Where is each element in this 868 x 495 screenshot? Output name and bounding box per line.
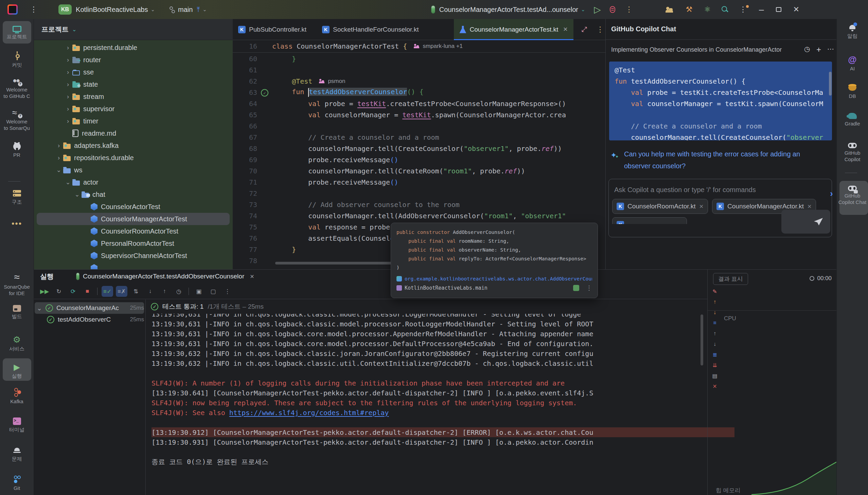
tree-chevron-icon[interactable]: ⌄ [73, 191, 82, 198]
tree-item-CounselorActorTest[interactable]: CounselorActorTest [34, 201, 233, 213]
tree-item-adapters.kafka[interactable]: ›adapters.kafka [34, 139, 233, 152]
run-console[interactable]: 13:19:30,631 |-INFO in ch.qos.logback.cl… [152, 314, 734, 495]
sidebar-item-git[interactable]: Git [0, 475, 34, 491]
main-menu-icon[interactable]: ⋮ [30, 6, 37, 13]
sidebar-item-notifications[interactable]: 알림 [837, 24, 868, 39]
sidebar-item-pull-requests[interactable]: PR [0, 143, 34, 158]
code-line-61[interactable]: 61 [233, 64, 605, 75]
tree-chevron-icon[interactable]: › [64, 56, 72, 64]
sidebar-item-build[interactable]: 빌드 [0, 305, 34, 320]
tree-chevron-icon[interactable]: › [54, 142, 63, 149]
history-icon[interactable]: ◷ [804, 45, 810, 53]
chat-code-block[interactable]: @Testfun testAddObserverCounselor() { va… [609, 62, 832, 140]
push-icon[interactable]: ⤒ [197, 6, 200, 14]
tree-item-chat[interactable]: ⌄chat [34, 188, 233, 201]
clear-icon[interactable]: ✕ [710, 382, 719, 390]
tree-chevron-icon[interactable]: › [64, 69, 72, 76]
tree-item-sse[interactable]: ›sse [34, 66, 233, 78]
context-chip-CounselorRoomActor.kt[interactable]: KCounselorRoomActor.kt✕ [612, 199, 708, 214]
context-chip-partial[interactable]: K [612, 217, 687, 224]
tree-chevron-icon[interactable]: ⌄ [37, 304, 42, 312]
project-badge[interactable]: KB [58, 4, 72, 15]
settings-kebab-icon[interactable]: ⋮ [739, 6, 747, 13]
sidebar-item-welcome-github[interactable]: Welcome to GitHub C [0, 78, 34, 99]
splitter[interactable] [145, 300, 146, 495]
maximize-button[interactable] [776, 7, 781, 12]
chat-input-box[interactable]: Ask Copilot a question or type '/' for c… [608, 179, 832, 237]
science-atom-icon[interactable]: ⚛ [704, 5, 711, 14]
send-button-area[interactable] [781, 210, 830, 234]
tree-item-ws[interactable]: ⌄ws [34, 164, 233, 176]
show-failed-icon[interactable]: ≡✗ [116, 286, 127, 297]
code-line-60[interactable]: 60 } [233, 53, 605, 64]
tree-item-readme.md[interactable]: readme.md [34, 127, 233, 139]
code-line-70[interactable]: 70 counselorManager.tell(CreateRoom("roo… [233, 165, 605, 176]
export-results-icon[interactable]: ↑ [159, 286, 170, 297]
options-kebab-icon[interactable]: ⋮ [222, 286, 233, 297]
close-icon[interactable]: ✕ [807, 203, 812, 210]
code-line-74[interactable]: 74 counselorManager.tell(AddObserverCoun… [233, 210, 605, 221]
show-results-button[interactable]: 결과 표시 [713, 273, 748, 285]
print-icon[interactable]: ▤ [710, 372, 719, 380]
tree-item-router[interactable]: ›router [34, 54, 233, 66]
code-block-scrollbar[interactable] [829, 62, 833, 140]
rerun-icon[interactable]: ▶▶ [39, 286, 50, 297]
send-icon[interactable] [814, 218, 823, 225]
tree-item-persistent.durable[interactable]: ›persistent.durable [34, 41, 233, 54]
code-line-63[interactable]: 63✓ fun testAddObserverCounselor() { [233, 87, 605, 98]
tree-item-repositories.durable[interactable]: ›repositories.durable [34, 152, 233, 164]
tree-item-PersonalRoomActorTest[interactable]: PersonalRoomActorTest [34, 237, 233, 250]
tools-icon[interactable]: ⚒ [686, 5, 693, 14]
debug-button[interactable] [610, 6, 615, 13]
sidebar-item-more[interactable]: ••• [0, 220, 34, 228]
tree-item-CounselorRoomActorTest[interactable]: CounselorRoomActorTest [34, 225, 233, 237]
sidebar-item-commit[interactable]: 커밋 [0, 51, 34, 68]
code-line-64[interactable]: 64 val probe = testKit.createTestProbe<C… [233, 98, 605, 109]
tree-chevron-icon[interactable]: › [64, 44, 72, 51]
screenshot-icon[interactable]: ▣ [193, 286, 205, 297]
sidebar-item-kafka[interactable]: Kafka [0, 388, 34, 405]
tree-item-actor[interactable]: ⌄actor [34, 176, 233, 188]
tree-chevron-icon[interactable]: › [54, 154, 63, 161]
code-line-66[interactable]: 66 [233, 120, 605, 132]
stack-down-icon[interactable]: ↓ [710, 308, 719, 317]
branch-name[interactable]: main [178, 6, 193, 14]
code-line-72[interactable]: 72 [233, 188, 605, 199]
tree-item-SupervisorChannelActorTest[interactable]: SupervisorChannelActorTest [34, 250, 233, 262]
sidebar-item-welcome-sonar[interactable]: Welcome to SonarQu [0, 109, 34, 131]
sidebar-item-run[interactable]: ▶실행 [0, 363, 34, 379]
run-tab[interactable]: CounselorManagerActorTest.testAddObserve… [76, 273, 254, 280]
code-line-73[interactable]: 73 // Add observer counselor to the room [233, 199, 605, 210]
code-line-68[interactable]: 68 counselorManager.tell(CreateCounselor… [233, 143, 605, 154]
tree-chevron-icon[interactable]: › [64, 105, 72, 113]
edit-icon[interactable]: ✎ [710, 287, 719, 295]
show-passed-icon[interactable]: ≡✓ [102, 286, 113, 297]
chevron-down-icon[interactable]: ⌄ [202, 6, 207, 13]
tree-chevron-icon[interactable]: › [64, 81, 72, 88]
sidebar-item-terminal[interactable]: 터미널 [0, 417, 34, 433]
chevron-down-icon[interactable]: ⌄ [581, 6, 585, 13]
tree-chevron-icon[interactable]: ⌄ [54, 166, 63, 174]
editor-tab-CounselorManagerActorTest.kt[interactable]: CounselorManagerActorTest.kt✕ [454, 19, 573, 40]
tree-item-timer[interactable]: ›timer [34, 115, 233, 127]
close-icon[interactable]: ✕ [250, 273, 254, 280]
sidebar-item-github-copilot-chat[interactable]: GitHub Copilot Chat [837, 186, 868, 205]
project-name[interactable]: KotlinBootReactiveLabs [76, 6, 148, 14]
chevron-right-icon[interactable]: › [830, 188, 833, 199]
search-everywhere-icon[interactable] [722, 6, 728, 13]
minimize-button[interactable]: – [759, 4, 764, 15]
code-line-62[interactable]: 62 @Testpsmon [233, 75, 605, 87]
next-icon[interactable]: ↓ [710, 340, 719, 348]
sidebar-item-structure[interactable]: 구조 [0, 190, 34, 205]
tree-item-state[interactable]: ›state [34, 78, 233, 90]
rerun-failed-icon[interactable]: ↻ [53, 286, 65, 297]
console-scrollbar[interactable] [701, 314, 703, 365]
tree-item-stream[interactable]: ›stream [34, 90, 233, 103]
sidebar-item-services[interactable]: ⚙서비스 [0, 335, 34, 352]
auto-test-icon[interactable]: ⟳ [67, 286, 79, 297]
chevron-down-icon[interactable]: ⌄ [150, 6, 155, 13]
project-panel-header[interactable]: 프로젝트 ⌄ [34, 19, 233, 40]
tree-item-CounselorManagerActorTest[interactable]: CounselorManagerActorTest [34, 213, 233, 225]
code-line-65[interactable]: 65 val counselorManager = testKit.spawn(… [233, 109, 605, 120]
tab-options-kebab-icon[interactable]: ⋮ [597, 26, 604, 33]
